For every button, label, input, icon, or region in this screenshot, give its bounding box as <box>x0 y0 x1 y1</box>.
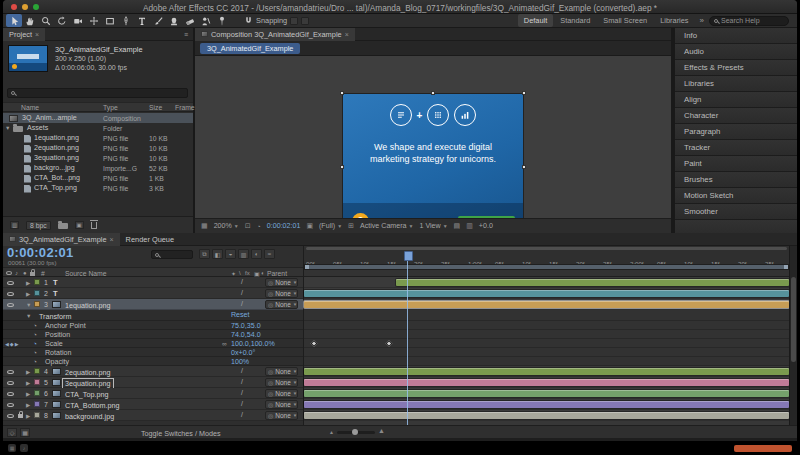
timeline-zoom-slider[interactable] <box>337 431 375 434</box>
tab-composition[interactable]: Composition 3Q_AnimatedGif_Example × <box>195 28 355 41</box>
layer-duration-bar[interactable] <box>304 401 789 408</box>
quality-switch-icon[interactable]: / <box>241 300 243 307</box>
close-tab-icon[interactable]: × <box>110 236 114 243</box>
eye-icon[interactable] <box>7 281 14 285</box>
parent-column-header[interactable]: Parent <box>267 270 287 277</box>
clone-stamp-tool[interactable] <box>166 14 182 27</box>
panel-tab-align[interactable]: Align <box>675 92 797 108</box>
layer-color-chip[interactable] <box>34 379 40 385</box>
quality-switch-icon[interactable]: / <box>241 289 243 296</box>
selection-handle[interactable] <box>522 165 526 169</box>
layer-row[interactable]: ▶2T/◎None▼ <box>3 288 303 299</box>
panel-tab-paint[interactable]: Paint <box>675 156 797 172</box>
zoom-in-icon[interactable]: ▲ <box>378 427 385 434</box>
quality-switch-icon[interactable]: / <box>241 400 243 407</box>
snapshot-icon[interactable]: ▣ <box>306 222 313 230</box>
eye-icon[interactable] <box>7 370 14 374</box>
close-tab-icon[interactable]: × <box>35 31 39 38</box>
project-column-headers[interactable]: NameTypeSizeFrame <box>3 102 193 112</box>
eye-icon[interactable] <box>7 381 14 385</box>
comp-timecode[interactable]: 0:00:02:01 <box>267 222 301 230</box>
timeline-tab-render-queue[interactable]: Render Queue <box>120 233 180 246</box>
layer-duration-row[interactable] <box>304 366 789 377</box>
parent-dropdown[interactable]: ◎None▼ <box>265 400 298 409</box>
layer-duration-row[interactable] <box>304 288 789 299</box>
selection-handle[interactable] <box>522 91 526 95</box>
layer-row[interactable]: ▶8background.jpg/◎None▼ <box>3 410 303 421</box>
timeline-navigator-bar[interactable] <box>306 247 787 250</box>
property-graph-row[interactable] <box>304 339 789 348</box>
expand-arrow-icon[interactable]: ▶ <box>26 413 30 419</box>
property-value[interactable]: 100% <box>231 358 249 366</box>
expand-arrow-icon[interactable]: ▶ <box>26 369 30 375</box>
timeline-scrollbar[interactable] <box>789 246 797 425</box>
channels-icon[interactable]: ▤ <box>454 222 461 230</box>
layer-color-chip[interactable] <box>34 368 40 374</box>
hand-tool[interactable] <box>22 14 38 27</box>
panel-tab-paragraph[interactable]: Paragraph <box>675 124 797 140</box>
stopwatch-icon[interactable]: ◔ <box>33 331 37 338</box>
roto-brush-tool[interactable] <box>198 14 214 27</box>
tab-project[interactable]: Project× <box>3 28 45 41</box>
panel-tab-character[interactable]: Character <box>675 108 797 124</box>
snapping-option-icon-2[interactable] <box>301 17 309 25</box>
project-search-input[interactable] <box>7 88 188 98</box>
camera-view-select[interactable]: Active Camera▼ <box>360 222 413 230</box>
keyframe-navigator[interactable]: ◀◆▶ <box>5 341 20 347</box>
layer-row[interactable]: ▶6CTA_Top.png/◎None▼ <box>3 388 303 399</box>
pick-whip-icon[interactable]: ◎ <box>268 401 273 408</box>
brush-tool[interactable] <box>150 14 166 27</box>
composition-navigator-chip[interactable]: 3Q_AnimatedGif_Example <box>200 43 300 54</box>
parent-dropdown[interactable]: ◎None▼ <box>265 411 298 420</box>
quality-switch-icon[interactable]: / <box>241 378 243 385</box>
project-bit-depth[interactable]: 8 bpc <box>26 221 51 230</box>
workspace-overflow-chevron[interactable]: » <box>700 16 704 25</box>
keyframe-diamond[interactable] <box>311 340 318 347</box>
layer-duration-bar[interactable] <box>304 290 789 297</box>
expand-arrow-icon[interactable]: ▶ <box>26 402 30 408</box>
timeline-ruler[interactable]: 00f05f10f15f20f25f1:00f05f10f15f20f25f2:… <box>304 251 789 264</box>
workspace-tab-default[interactable]: Default <box>518 14 553 27</box>
panel-tab-info[interactable]: Info <box>675 28 797 44</box>
stopwatch-icon[interactable]: ◔ <box>33 349 37 356</box>
motion-blur-icon[interactable]: ◐ <box>251 249 262 259</box>
property-row-position[interactable]: ◔Position74.0,54.0 <box>3 330 303 339</box>
source-name-column-header[interactable]: Source Name <box>65 270 107 277</box>
parent-dropdown[interactable]: ◎None▼ <box>265 367 298 376</box>
property-row-opacity[interactable]: ◔Opacity100% <box>3 357 303 366</box>
project-item-row[interactable]: 1equation.pngPNG file10 KB <box>3 133 193 143</box>
layer-color-chip[interactable] <box>34 279 40 285</box>
quality-switch-icon[interactable]: / <box>241 411 243 418</box>
new-composition-icon[interactable]: ▣ <box>75 221 84 229</box>
layer-duration-bar[interactable] <box>304 379 789 386</box>
toggle-switches-modes-button[interactable]: Toggle Switches / Modes <box>141 429 221 438</box>
property-value[interactable]: 0x+0.0° <box>231 349 255 357</box>
eye-icon[interactable] <box>7 303 14 307</box>
pick-whip-icon[interactable]: ◎ <box>268 412 273 419</box>
column-header-name[interactable]: Name <box>21 104 39 111</box>
column-header-frame[interactable]: Frame <box>175 104 195 111</box>
layer-duration-bar[interactable] <box>304 301 789 308</box>
selection-handle[interactable] <box>431 91 435 95</box>
transform-group-graph-row[interactable] <box>304 310 789 321</box>
view-layout-select[interactable]: 1 View▼ <box>419 222 447 230</box>
property-graph-row[interactable] <box>304 321 789 330</box>
layer-color-chip[interactable] <box>34 412 40 418</box>
workspace-tab-standard[interactable]: Standard <box>554 14 596 27</box>
property-value[interactable]: 74.0,54.0 <box>231 331 261 339</box>
column-header-type[interactable]: Type <box>103 104 118 111</box>
keyframe-diamond[interactable] <box>385 340 392 347</box>
quality-switch-icon[interactable]: / <box>241 278 243 285</box>
composition-flowchart-icon[interactable]: ⧉ <box>199 249 210 259</box>
eye-icon[interactable] <box>7 392 14 396</box>
transform-group-row[interactable]: ▼TransformReset <box>3 310 303 321</box>
camera-tool[interactable] <box>70 14 86 27</box>
resolution-select[interactable]: (Full)▼ <box>319 222 342 230</box>
parent-dropdown[interactable]: ◎None▼ <box>265 289 298 298</box>
workspace-tab-small-screen[interactable]: Small Screen <box>597 14 653 27</box>
project-item-row[interactable]: CTA_Bot...pngPNG file1 KB <box>3 173 193 183</box>
property-row-scale[interactable]: ◀◆▶◔Scale∞100.0,100.0% <box>3 339 303 348</box>
new-folder-icon[interactable] <box>58 223 68 229</box>
stopwatch-icon[interactable]: ◔ <box>33 358 37 365</box>
pan-behind-tool[interactable] <box>86 14 102 27</box>
